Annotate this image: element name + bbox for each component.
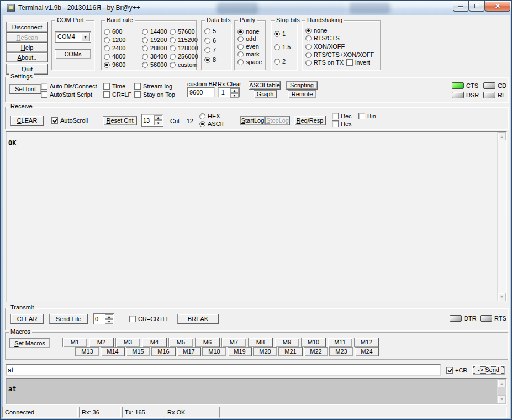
send-button[interactable]: -> Send [472,365,505,375]
data-bits-option-8[interactable]: 8 [204,56,216,63]
parity-option-mark[interactable]: mark [237,51,259,57]
break-button[interactable]: BREAK [177,314,219,324]
handshaking-option-rts-on-tx[interactable]: RTS on TX [305,59,344,66]
minimize-button[interactable] [453,1,469,12]
scroll-up-icon[interactable]: ▲ [498,379,506,387]
set-font-button[interactable]: Set font [9,84,41,94]
cr-crlf-checkbox[interactable]: CR=CR+LF [129,316,170,322]
macro-button-m19[interactable]: M19 [228,347,252,356]
baud-option-256000[interactable]: 256000 [170,53,198,60]
hex-checkbox[interactable]: Hex [332,120,352,127]
ascii-table-button[interactable]: ASCII table [249,81,281,90]
baud-option-128000[interactable]: 128000 [170,45,198,51]
macro-button-m6[interactable]: M6 [195,338,220,347]
macro-button-m2[interactable]: M2 [89,338,114,347]
transmit-monitor[interactable]: at ▲ ▼ [6,378,507,405]
send-file-button[interactable]: Send File [49,314,88,324]
spin-down-icon[interactable]: ▼ [230,93,239,98]
data-bits-option-5[interactable]: 5 [204,28,216,34]
remote-button[interactable]: Remote [288,90,316,98]
receive-scrollbar[interactable]: ▲ ▼ [497,132,506,301]
spin-down-icon[interactable]: ▼ [154,120,162,125]
send-input[interactable] [6,364,441,376]
macro-button-m16[interactable]: M16 [151,347,176,356]
baud-option-600[interactable]: 600 [104,28,122,35]
coms-button[interactable]: COMs [55,49,91,59]
monitor-scrollbar[interactable]: ▲ ▼ [497,379,506,403]
baud-option-28800[interactable]: 28800 [142,45,167,51]
macro-button-m18[interactable]: M18 [202,347,226,356]
macro-button-m22[interactable]: M22 [304,347,328,356]
spin-up-icon[interactable]: ▲ [105,314,113,319]
macro-button-m8[interactable]: M8 [248,338,273,347]
dec-checkbox[interactable]: Dec [332,113,352,119]
scripting-button[interactable]: Scripting [286,81,318,90]
bin-checkbox[interactable]: Bin [358,113,376,119]
titlebar[interactable]: Terminal v1.9b - 20130116Я - by Br@y++ ✕ [1,1,511,15]
baud-option-1200[interactable]: 1200 [104,36,125,43]
autoscroll-checkbox[interactable]: AutoScroll [51,117,88,124]
macro-button-m3[interactable]: M3 [115,338,140,347]
parity-option-none[interactable]: none [237,28,259,35]
stop-bits-option-1-5[interactable]: 1.5 [274,44,291,50]
receive-clear-button[interactable]: CLEAR [10,116,44,126]
spin-up-icon[interactable]: ▲ [230,88,239,93]
baud-option-9600[interactable]: 9600 [104,61,125,68]
startlog-button[interactable]: StartLog [240,116,265,125]
handshaking-option-rts-cts[interactable]: RTS/CTS [305,35,340,41]
plus-cr-checkbox[interactable]: +CR [446,367,467,374]
stream-log-checkbox[interactable]: Stream log [134,83,172,90]
baud-option-56000[interactable]: 56000 [142,61,167,68]
about-button[interactable]: About.. [6,53,48,62]
macro-button-m10[interactable]: M10 [301,338,326,347]
rx-count-input[interactable] [142,114,154,126]
baud-option-4800[interactable]: 4800 [104,53,125,60]
macro-button-m1[interactable]: M1 [62,338,87,347]
auto-disconnect-checkbox[interactable]: Auto Dis/Connect [41,83,97,90]
macro-button-m7[interactable]: M7 [221,338,246,347]
graph-button[interactable]: Graph [254,90,277,98]
spin-down-icon[interactable]: ▼ [105,319,113,324]
time-checkbox[interactable]: Time [103,83,125,90]
macro-button-m5[interactable]: M5 [168,338,193,347]
rx-count-spinner[interactable]: ▲▼ [141,114,163,127]
transmit-clear-button[interactable]: CLEAR [10,314,44,324]
dropdown-arrow-icon[interactable]: ▼ [81,33,90,41]
handshaking-option-none[interactable]: none [305,27,327,34]
autostart-script-checkbox[interactable]: AutoStart Script [41,91,92,98]
macro-button-m11[interactable]: M11 [328,338,352,347]
stay-on-top-checkbox[interactable]: Stay on Top [134,91,175,98]
scroll-down-icon[interactable]: ▼ [498,293,506,301]
macro-button-m24[interactable]: M24 [355,347,379,356]
baud-option-2400[interactable]: 2400 [104,45,125,51]
macro-button-m4[interactable]: M4 [142,338,167,347]
dtr-indicator[interactable]: DTR [450,315,477,322]
data-bits-option-6[interactable]: 6 [204,37,216,44]
baud-option-38400[interactable]: 38400 [142,53,167,60]
macro-button-m17[interactable]: M17 [177,347,201,356]
macro-button-m12[interactable]: M12 [354,338,379,347]
handshaking-option-xon-xoff[interactable]: XON/XOFF [305,43,345,50]
baud-option-57600[interactable]: 57600 [170,28,195,35]
stoplog-button[interactable]: StopLog [265,116,290,125]
data-bits-option-7[interactable]: 7 [204,46,216,53]
disconnect-button[interactable]: Disconnect [6,22,48,33]
rx-clear-input[interactable] [218,88,230,97]
reset-cnt-button[interactable]: Reset Cnt [103,116,137,125]
macro-button-m13[interactable]: M13 [75,347,99,356]
macro-button-m21[interactable]: M21 [278,347,303,356]
scroll-down-icon[interactable]: ▼ [498,395,506,403]
restore-button[interactable] [469,1,485,12]
macro-button-m23[interactable]: M23 [329,347,353,356]
macro-button-m20[interactable]: M20 [253,347,277,356]
stop-bits-option-2[interactable]: 2 [274,58,286,65]
rx-hex-radio[interactable]: HEX [199,113,220,119]
req-resp-button[interactable]: Req/Resp [294,116,326,125]
stop-bits-option-1[interactable]: 1 [274,30,286,37]
cr-lf-checkbox[interactable]: CR=LF [103,91,131,98]
receive-terminal[interactable]: OK ▲ ▼ [6,131,507,302]
com-port-select[interactable]: COM4 ▼ [55,32,91,43]
macro-button-m9[interactable]: M9 [275,338,299,347]
transmit-delay-spinner[interactable]: ▲▼ [93,313,114,324]
macro-button-m15[interactable]: M15 [126,347,150,356]
